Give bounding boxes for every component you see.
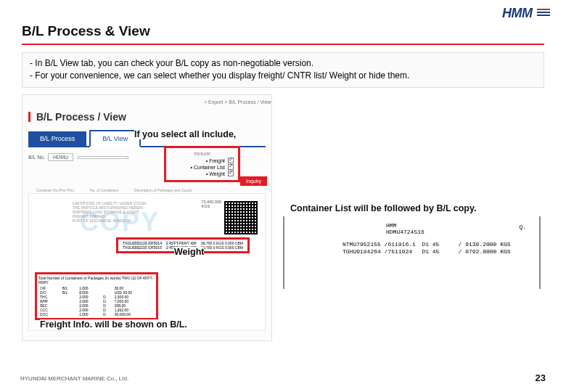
cl-cell: / 9792.0000 KGS — [459, 248, 532, 255]
brand-stripes — [537, 9, 550, 17]
blno-input[interactable] — [78, 156, 128, 159]
include-weight-label: • Weight — [206, 171, 225, 176]
doc-column-headers: Container No./Pre-Thru No. of Containers… — [36, 188, 258, 192]
freight-header: Total Number of Containers or Packages (… — [38, 276, 155, 285]
note-line: For your convenience, we can select whet… — [30, 70, 536, 82]
qr-code-icon — [224, 201, 258, 234]
cl-blno: HDMU4724516 — [386, 229, 532, 235]
blno-label: B/L No. — [28, 155, 45, 160]
note-line: In B/L View tab, you can check your B/L … — [30, 57, 536, 70]
tab-bl-process[interactable]: B/L Process — [28, 131, 86, 146]
annotation-cntr-list: Container List will be followed by B/L c… — [290, 203, 477, 213]
blno-prefix-select[interactable]: HDMU — [48, 153, 73, 161]
footer-page-number: 23 — [536, 372, 546, 383]
brand-logo: HMM — [502, 6, 550, 21]
container-list-panel: Q. HMM HDMU4724516 NTMU7952155 /611916.1… — [283, 216, 541, 289]
freight-table: O/FB/L1.00030.00 D/OB/L8.000USD 30.00 TH… — [38, 286, 155, 317]
footer-company: HYUNDAI MERCHANT MARINE Co., Ltd. — [20, 375, 128, 382]
tab-bl-view[interactable]: B/L View — [89, 130, 141, 147]
cl-cell: D1 45 — [422, 241, 452, 248]
cl-carrier: HMM — [386, 222, 532, 229]
freight-highlight-box: Total Number of Containers or Packages (… — [35, 272, 158, 320]
cl-q: Q. — [519, 224, 526, 230]
content-area: > Export > B/L Process / View B/L Proces… — [22, 94, 544, 348]
include-header: Include — [171, 151, 234, 156]
blno-row: B/L No. HDMU — [28, 153, 130, 161]
annotation-weight: Weight — [174, 247, 204, 257]
gross-weight: 73,400.000 KGS — [201, 200, 221, 208]
doc-body-text: LIMITATIONS OF LIABILITY UNDER COGSA THE… — [73, 201, 181, 223]
doc-hdr-col: Description of Packages and Goods — [134, 188, 192, 192]
breadcrumb: > Export > B/L Process / View — [204, 99, 271, 105]
bl-document: Container No./Pre-Thru No. of Containers… — [28, 193, 266, 331]
page-title: B/L Process & View — [22, 23, 544, 45]
doc-hdr-col: Container No./Pre-Thru — [36, 188, 74, 192]
annotation-include: If you select all include, — [134, 129, 236, 139]
notes-box: In B/L View tab, you can check your B/L … — [22, 52, 544, 88]
include-freight-label: • Freight — [206, 158, 225, 163]
cl-row: TGHU9184264 /7511924 D1 45 / 9792.0000 K… — [343, 248, 532, 255]
cl-cell: D1 45 — [422, 248, 452, 255]
inquiry-button[interactable]: Inquiry — [240, 176, 267, 186]
include-cntr-label: • Container List — [190, 165, 225, 170]
cl-cell: / 9139.2000 KGS — [459, 241, 532, 248]
app-title: B/L Process / View — [28, 111, 126, 123]
brand-text: HMM — [502, 6, 533, 20]
cl-cell: TGHU9184264 /7511924 — [343, 248, 416, 255]
annotation-freight: Freight Info. will be shown on B/L. — [40, 319, 187, 330]
accent-bar-icon — [28, 112, 30, 122]
cl-row: NTMU7952155 /611916.1 D1 45 / 9139.2000 … — [343, 241, 532, 248]
wt-cell: TXGU6552215 /DF5015 — [123, 245, 162, 250]
app-title-text: B/L Process / View — [36, 111, 126, 123]
include-weight-checkbox[interactable] — [228, 171, 234, 176]
include-panel: Include • Freight • Container List • Wei… — [164, 146, 240, 182]
doc-hdr-col: No. of Containers — [90, 188, 118, 192]
cl-cell: NTMU7952155 /611916.1 — [343, 241, 416, 248]
wt-cell: 36,700.0 KGS 0.000 CBM — [201, 245, 243, 250]
